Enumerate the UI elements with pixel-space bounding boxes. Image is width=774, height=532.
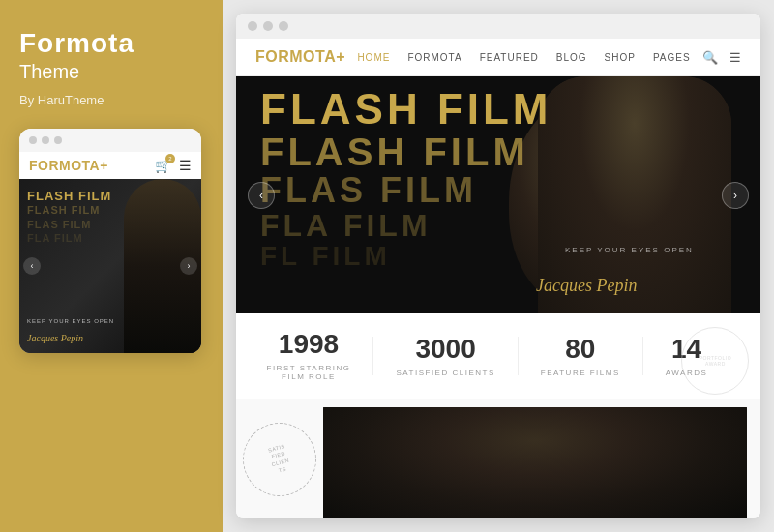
- browser-dot-1: [248, 21, 257, 31]
- hero-line-2: FLASH FILM: [260, 133, 552, 171]
- stamp-text: SATISFIEDCLIENTS: [267, 442, 292, 476]
- mobile-menu-icon[interactable]: ☰: [179, 158, 192, 173]
- mobile-preview-card: FORMOTA+ 🛒 2 ☰ FLASH FILM FLASH FILM FLA…: [19, 129, 201, 353]
- stat-clients-label: SATISFIED CLIENTS: [396, 369, 494, 377]
- desktop-hero: FLASH FILM FLASH FILM FLAS FILM FLA FILM…: [236, 76, 760, 313]
- left-panel: Formota Theme By HaruTheme FORMOTA+ 🛒 2 …: [0, 0, 223, 532]
- mobile-dot-3: [54, 136, 62, 144]
- menu-icon[interactable]: ☰: [729, 50, 741, 65]
- desktop-logo: FORMOTA+: [255, 48, 345, 66]
- hero-name-text: Jacques Pepin: [536, 276, 637, 296]
- brand-title: Formota: [19, 29, 203, 59]
- portfolio-stamp-area: SATISFIEDCLIENTS: [236, 399, 323, 518]
- mobile-prev-button[interactable]: ‹: [23, 257, 41, 275]
- nav-shop[interactable]: SHOP: [605, 52, 636, 63]
- bottom-section: SATISFIEDCLIENTS: [236, 399, 760, 518]
- stat-divider-1: [372, 337, 373, 375]
- desktop-nav: FORMOTA+ HOME FORMOTA FEATURED BLOG SHOP…: [236, 39, 760, 76]
- right-panel: FORMOTA+ HOME FORMOTA FEATURED BLOG SHOP…: [223, 0, 774, 532]
- nav-featured[interactable]: FEATURED: [480, 52, 539, 63]
- stat-divider-2: [518, 337, 519, 375]
- by-line: By HaruTheme: [19, 93, 203, 107]
- desktop-nav-icons: 🔍 ☰: [702, 50, 741, 65]
- browser-content: FORMOTA+ HOME FORMOTA FEATURED BLOG SHOP…: [236, 39, 760, 518]
- mobile-header: FORMOTA+ 🛒 2 ☰: [19, 152, 201, 179]
- stats-section: 1998 FIRST STARRINGFILM ROLE 3000 SATISF…: [236, 313, 760, 399]
- stat-films: 80 FEATURE FILMS: [541, 336, 620, 377]
- stat-films-label: FEATURE FILMS: [541, 369, 620, 377]
- search-icon[interactable]: 🔍: [702, 50, 718, 65]
- portfolio-image: [323, 407, 747, 518]
- hero-text-group: FLASH FILM FLASH FILM FLAS FILM FLA FILM…: [260, 88, 552, 270]
- hero-prev-button[interactable]: ‹: [248, 182, 275, 209]
- stat-clients-number: 3000: [396, 336, 494, 363]
- hero-line-3: FLAS FILM: [260, 173, 552, 208]
- hero-next-button[interactable]: ›: [722, 182, 749, 209]
- hero-line-4: FLA FILM: [260, 210, 552, 241]
- stat-divider-3: [642, 337, 643, 375]
- hero-keep-text: KEEP YOUR EYES OPEN: [565, 246, 694, 254]
- mobile-hero-line2: FLASH FILM: [27, 203, 111, 217]
- mobile-hero-line3: FLAS FILM: [27, 218, 111, 231]
- mobile-cart-icon[interactable]: 🛒 2: [155, 158, 171, 173]
- nav-home[interactable]: HOME: [357, 52, 390, 63]
- desktop-nav-links: HOME FORMOTA FEATURED BLOG SHOP PAGES: [357, 52, 690, 63]
- nav-blog[interactable]: BLOG: [556, 52, 587, 63]
- browser-top-bar: [236, 14, 760, 39]
- stat-year-number: 1998: [267, 331, 351, 358]
- mobile-dot-2: [42, 136, 49, 144]
- mobile-hero-text: FLASH FILM FLASH FILM FLAS FILM FLA FILM: [27, 189, 111, 245]
- stat-year: 1998 FIRST STARRINGFILM ROLE: [267, 331, 351, 381]
- mobile-top-bar: [19, 129, 201, 152]
- mobile-hero-line1: FLASH FILM: [27, 189, 111, 204]
- browser-window: FORMOTA+ HOME FORMOTA FEATURED BLOG SHOP…: [236, 14, 760, 518]
- mobile-logo: FORMOTA+: [29, 158, 108, 173]
- brand-subtitle: Theme: [19, 61, 203, 83]
- stat-clients: 3000 SATISFIED CLIENTS: [396, 336, 494, 377]
- mobile-dot-1: [29, 136, 37, 144]
- decorative-circle: PORTFOLIOAWARD: [681, 327, 749, 395]
- mobile-header-icons: 🛒 2 ☰: [155, 158, 192, 173]
- mobile-hero: FLASH FILM FLASH FILM FLAS FILM FLA FILM…: [19, 179, 201, 353]
- stat-films-number: 80: [541, 336, 620, 363]
- nav-formota[interactable]: FORMOTA: [407, 52, 461, 63]
- browser-dot-3: [279, 21, 288, 31]
- hero-line-1: FLASH FILM: [260, 88, 552, 131]
- decorative-text: PORTFOLIOAWARD: [700, 355, 731, 367]
- stat-year-label: FIRST STARRINGFILM ROLE: [267, 364, 351, 381]
- mobile-keep-text: KEEP YOUR EYES OPEN: [27, 318, 114, 324]
- stamp-circle: SATISFIEDCLIENTS: [236, 414, 325, 504]
- browser-dot-2: [263, 21, 273, 31]
- mobile-hero-name: Jacques Pepin: [27, 333, 83, 343]
- mobile-next-button[interactable]: ›: [180, 257, 197, 275]
- cart-badge: 2: [165, 154, 175, 163]
- mobile-hero-line4: FLA FILM: [27, 231, 111, 245]
- nav-pages[interactable]: PAGES: [653, 52, 691, 63]
- portfolio-person-bg: [323, 407, 747, 518]
- hero-line-5: FL FILM: [260, 243, 552, 270]
